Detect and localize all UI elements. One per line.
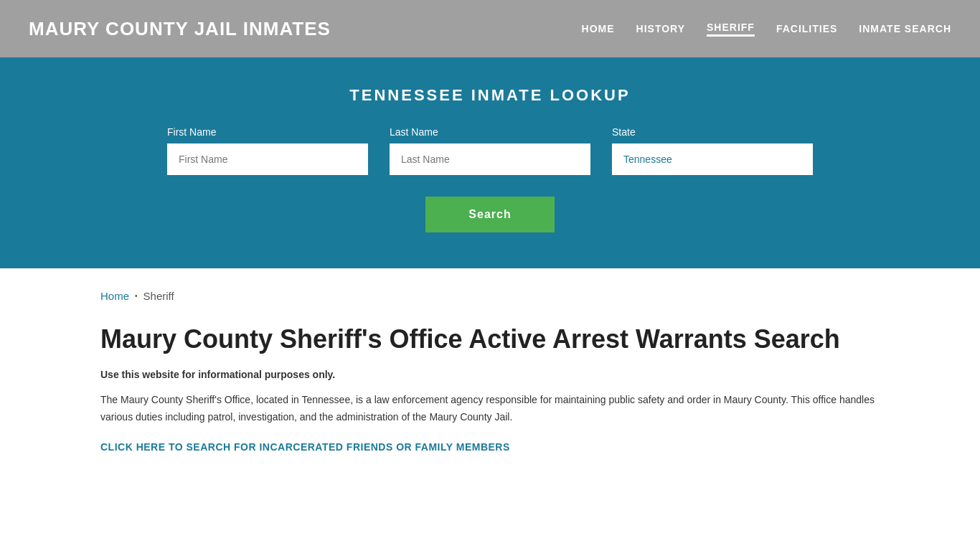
- state-label: State: [612, 126, 813, 138]
- page-heading: Maury County Sheriff's Office Active Arr…: [100, 324, 880, 354]
- first-name-input[interactable]: [167, 143, 368, 175]
- info-bold-text: Use this website for informational purpo…: [100, 369, 880, 380]
- last-name-input[interactable]: [390, 143, 590, 175]
- search-panel-title: TENNESSEE INMATE LOOKUP: [86, 86, 894, 105]
- breadcrumb-home-link[interactable]: Home: [100, 290, 129, 302]
- first-name-group: First Name: [167, 126, 368, 175]
- search-form: First Name Last Name State Search: [86, 126, 894, 232]
- info-paragraph: The Maury County Sheriff's Office, locat…: [100, 392, 880, 426]
- first-name-label: First Name: [167, 126, 368, 138]
- nav-item-inmate-search[interactable]: INMATE SEARCH: [859, 23, 951, 34]
- breadcrumb-current: Sheriff: [143, 290, 174, 302]
- form-fields: First Name Last Name State: [86, 126, 894, 175]
- search-button[interactable]: Search: [425, 197, 554, 232]
- site-header: MAURY COUNTY JAIL INMATES HOMEHISTORYSHE…: [0, 0, 980, 57]
- state-group: State: [612, 126, 813, 175]
- breadcrumb: Home • Sheriff: [100, 290, 880, 302]
- search-panel: TENNESSEE INMATE LOOKUP First Name Last …: [0, 57, 980, 268]
- last-name-group: Last Name: [390, 126, 590, 175]
- site-title: MAURY COUNTY JAIL INMATES: [29, 18, 331, 40]
- nav-item-history[interactable]: HISTORY: [636, 23, 685, 34]
- main-content: Home • Sheriff Maury County Sheriff's Of…: [0, 268, 980, 482]
- nav-item-home[interactable]: HOME: [582, 23, 615, 34]
- nav-item-sheriff[interactable]: SHERIFF: [707, 22, 755, 37]
- nav-item-facilities[interactable]: FACILITIES: [776, 23, 837, 34]
- last-name-label: Last Name: [390, 126, 590, 138]
- incarcerated-search-link[interactable]: CLICK HERE to Search for Incarcerated Fr…: [100, 441, 510, 453]
- state-input[interactable]: [612, 143, 813, 175]
- breadcrumb-separator: •: [135, 292, 138, 300]
- main-nav: HOMEHISTORYSHERIFFFACILITIESINMATE SEARC…: [582, 22, 951, 37]
